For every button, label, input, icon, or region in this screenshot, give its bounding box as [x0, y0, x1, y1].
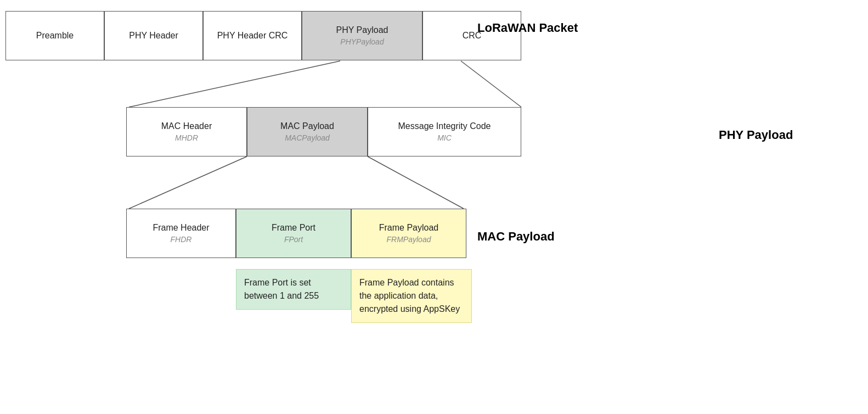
cell-mac-payload-subtitle: MACPayload: [285, 133, 330, 142]
cell-mic-subtitle: MIC: [437, 133, 452, 142]
connector-lines: [0, 0, 868, 414]
row2-phy-payload: MAC Header MHDR MAC Payload MACPayload M…: [126, 107, 521, 156]
row3-mac-payload: Frame Header FHDR Frame Port FPort Frame…: [126, 209, 466, 258]
svg-line-1: [461, 61, 521, 107]
cell-frame-payload-subtitle: FRMPayload: [387, 235, 431, 244]
cell-phy-header-title: PHY Header: [129, 31, 178, 41]
cell-phy-header-crc-title: PHY Header CRC: [217, 31, 288, 41]
cell-frame-port-title: Frame Port: [272, 223, 315, 233]
cell-phy-header: PHY Header: [104, 11, 203, 60]
cell-mac-header: MAC Header MHDR: [126, 107, 247, 156]
cell-crc: CRC: [422, 11, 521, 60]
row1-lorawan-packet: Preamble PHY Header PHY Header CRC PHY P…: [5, 11, 521, 60]
cell-frame-port-subtitle: FPort: [284, 235, 303, 244]
cell-frame-payload: Frame Payload FRMPayload: [351, 209, 466, 258]
annotation-frame-payload: Frame Payload contains the application d…: [351, 269, 472, 323]
svg-line-0: [129, 61, 340, 107]
cell-mac-header-title: MAC Header: [161, 121, 212, 131]
diagram-container: Preamble PHY Header PHY Header CRC PHY P…: [0, 0, 868, 414]
row3-label: MAC Payload: [477, 230, 555, 244]
cell-mac-payload: MAC Payload MACPayload: [247, 107, 368, 156]
cell-frame-header-title: Frame Header: [153, 223, 209, 233]
svg-line-2: [129, 156, 247, 209]
cell-mac-header-subtitle: MHDR: [175, 133, 198, 142]
cell-frame-header: Frame Header FHDR: [126, 209, 236, 258]
cell-preamble-title: Preamble: [36, 31, 74, 41]
row2-label: PHY Payload: [719, 128, 793, 142]
cell-phy-payload-subtitle: PHYPayload: [340, 37, 384, 46]
cell-phy-header-crc: PHY Header CRC: [203, 11, 302, 60]
annotation-frame-port: Frame Port is set between 1 and 255: [236, 269, 351, 310]
cell-mic-title: Message Integrity Code: [398, 121, 491, 131]
cell-frame-header-subtitle: FHDR: [171, 235, 192, 244]
cell-mac-payload-title: MAC Payload: [280, 121, 334, 131]
svg-line-3: [368, 156, 464, 209]
cell-phy-payload-title: PHY Payload: [336, 25, 388, 35]
cell-preamble: Preamble: [5, 11, 104, 60]
cell-frame-payload-title: Frame Payload: [379, 223, 439, 233]
row1-label: LoRaWAN Packet: [477, 21, 578, 35]
cell-frame-port: Frame Port FPort: [236, 209, 351, 258]
cell-mic: Message Integrity Code MIC: [368, 107, 521, 156]
cell-phy-payload: PHY Payload PHYPayload: [302, 11, 422, 60]
